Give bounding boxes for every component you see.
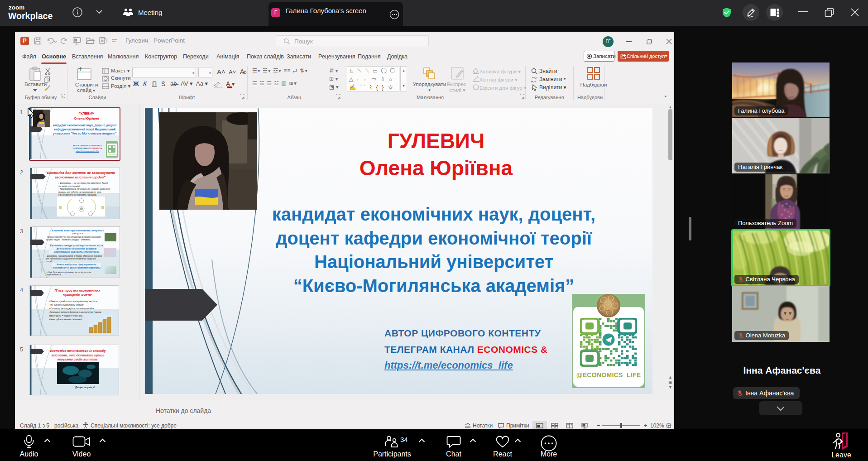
svg-text:@ECONOMICS: @ECONOMICS [108,154,117,156]
